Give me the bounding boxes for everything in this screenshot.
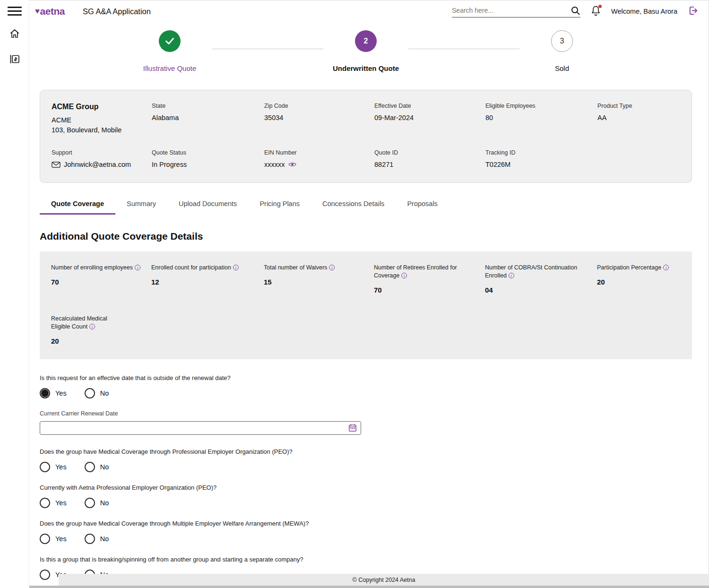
header-right: Welcome, Basu Arora: [452, 5, 699, 18]
radio-option-yes[interactable]: Yes: [40, 388, 67, 398]
coverage-details-panel: Number of enrolling employees 70 Enrolle…: [40, 251, 692, 359]
content: Illustrative Quote 2 Underwritten Quote …: [29, 23, 709, 588]
tab-upload-documents[interactable]: Upload Documents: [167, 200, 248, 215]
radio-option-yes[interactable]: Yes: [40, 498, 67, 508]
step-underwritten-quote[interactable]: 2 Underwritten Quote: [323, 30, 408, 72]
info-icon[interactable]: [329, 265, 335, 270]
renewal-date-input[interactable]: [44, 424, 348, 432]
question-peo-coverage: Does the group have Medical Coverage thr…: [40, 448, 692, 472]
coverage-field-retirees: Number of Retirees Enrolled for Coverage…: [374, 264, 485, 294]
group-name: ACME Group: [52, 103, 152, 111]
bottom-edge: [0, 586, 709, 588]
radio-option-no[interactable]: No: [85, 462, 109, 472]
info-icon[interactable]: [663, 265, 669, 270]
question-text: Is this a group that is breaking/spinnin…: [40, 556, 692, 563]
coverage-field-cobra: Number of COBRA/St Continuation Enrolled…: [485, 264, 597, 294]
info-icon[interactable]: [135, 265, 140, 270]
current-carrier-renewal-date-field: Current Carrier Renewal Date: [40, 410, 692, 435]
radio-option-no[interactable]: No: [85, 388, 109, 398]
radio-yes: [40, 388, 50, 398]
info-icon[interactable]: [233, 265, 239, 270]
section-title: Additional Quote Coverage Details: [40, 231, 692, 242]
step-sold[interactable]: 3 Sold: [519, 30, 605, 72]
tab-proposals[interactable]: Proposals: [396, 200, 449, 215]
question-text: Does the group have Medical Coverage thr…: [40, 448, 692, 455]
stepper-connector: [212, 49, 323, 49]
radio-no: [85, 462, 95, 472]
left-sidebar: [0, 0, 29, 588]
field-quote-status: Quote Status In Progress: [152, 149, 264, 168]
welcome-text: Welcome, Basu Arora: [611, 8, 677, 15]
field-zip-code: Zip Code 35034: [264, 103, 374, 135]
radio-option-yes[interactable]: Yes: [40, 462, 67, 472]
radio-option-no[interactable]: No: [85, 498, 109, 508]
field-state: State Alabama: [152, 103, 264, 135]
progress-stepper: Illustrative Quote 2 Underwritten Quote …: [40, 23, 692, 87]
step1-label: Illustrative Quote: [143, 64, 197, 72]
question-text: Is this request for an effective date th…: [40, 374, 692, 381]
radio-yes: [40, 534, 50, 544]
coverage-field-recalculated-medical: Recalculated Medical Eligible Count 20: [51, 315, 151, 345]
aetna-logo: ♥aetna: [35, 6, 65, 17]
notifications-bell-icon[interactable]: [591, 5, 601, 18]
field-product-type: Product Type AA: [597, 103, 680, 135]
radio-yes: [40, 570, 50, 580]
check-icon: [165, 37, 174, 45]
date-field-label: Current Carrier Renewal Date: [40, 410, 692, 417]
brand-text: aetna: [40, 6, 65, 17]
aetna-heart-icon: ♥: [35, 7, 40, 16]
group-summary-card: ACME Group ACME 103, Boulevard, Mobile S…: [40, 90, 692, 183]
search-icon[interactable]: [571, 6, 580, 16]
home-icon[interactable]: [9, 28, 20, 41]
notification-dot: [598, 5, 602, 8]
step2-circle: 2: [355, 30, 377, 52]
billing-icon[interactable]: [9, 53, 21, 67]
questions-section: Is this request for an effective date th…: [40, 374, 692, 588]
tab-concessions-details[interactable]: Concessions Details: [311, 200, 396, 215]
reveal-ein-eye-icon[interactable]: [288, 162, 296, 167]
coverage-field-enrolling-employees: Number of enrolling employees 70: [51, 264, 151, 294]
question-text: Does the group have Medical Coverage thr…: [40, 520, 692, 527]
group-address: ACME 103, Boulevard, Mobile: [52, 115, 152, 135]
step3-circle: 3: [551, 30, 573, 52]
tab-pricing-plans[interactable]: Pricing Plans: [248, 200, 311, 215]
tab-quote-coverage[interactable]: Quote Coverage: [40, 200, 115, 215]
search-input[interactable]: [452, 7, 571, 14]
copyright-text: © Copyright 2024 Aetna: [353, 577, 415, 583]
tab-summary[interactable]: Summary: [115, 200, 167, 215]
info-icon[interactable]: [401, 273, 407, 278]
info-icon[interactable]: [509, 273, 514, 278]
step3-label: Sold: [555, 64, 569, 72]
radio-no: [85, 498, 95, 508]
coverage-field-enrolled-count: Enrolled count for participation 12: [151, 264, 264, 294]
support-email[interactable]: Johnwick@aetna.com: [64, 161, 131, 168]
search-bar: [452, 6, 580, 17]
envelope-icon: [52, 161, 61, 168]
step1-circle: [159, 30, 181, 52]
coverage-field-participation-percentage: Participation Percentage 20: [597, 264, 681, 294]
question-mewa-coverage: Does the group have Medical Coverage thr…: [40, 520, 692, 544]
radio-yes: [40, 462, 50, 472]
step-illustrative-quote[interactable]: Illustrative Quote: [127, 30, 212, 72]
logout-icon[interactable]: [688, 5, 699, 17]
radio-no: [85, 534, 95, 544]
radio-option-no[interactable]: No: [85, 534, 109, 544]
page: ♥aetna SG A&A Application Welcome, Basu …: [0, 0, 709, 588]
coverage-field-waivers: Total number of Waivers 15: [264, 264, 374, 294]
radio-no: [85, 388, 95, 398]
calendar-icon[interactable]: [348, 424, 357, 432]
field-tracking-id: Tracking ID T0226M: [485, 149, 597, 168]
ein-masked-value: xxxxxx: [264, 161, 285, 168]
radio-option-yes[interactable]: Yes: [40, 534, 67, 544]
field-support: Support Johnwick@aetna.com: [52, 149, 152, 168]
question-currently-aetna-peo: Currently with Aetna Professional Employ…: [40, 484, 692, 508]
info-icon[interactable]: [89, 324, 95, 329]
tab-bar: Quote Coverage Summary Upload Documents …: [40, 200, 692, 215]
hamburger-menu-icon[interactable]: [8, 7, 22, 16]
field-eligible-employees: Eligible Employees 80: [485, 103, 597, 135]
footer: © Copyright 2024 Aetna: [59, 574, 709, 586]
top-header: ♥aetna SG A&A Application Welcome, Basu …: [29, 0, 709, 23]
main-area: ♥aetna SG A&A Application Welcome, Basu …: [29, 0, 709, 588]
step2-label: Underwritten Quote: [333, 64, 399, 72]
field-ein-number: EIN Number xxxxxx: [264, 149, 374, 168]
